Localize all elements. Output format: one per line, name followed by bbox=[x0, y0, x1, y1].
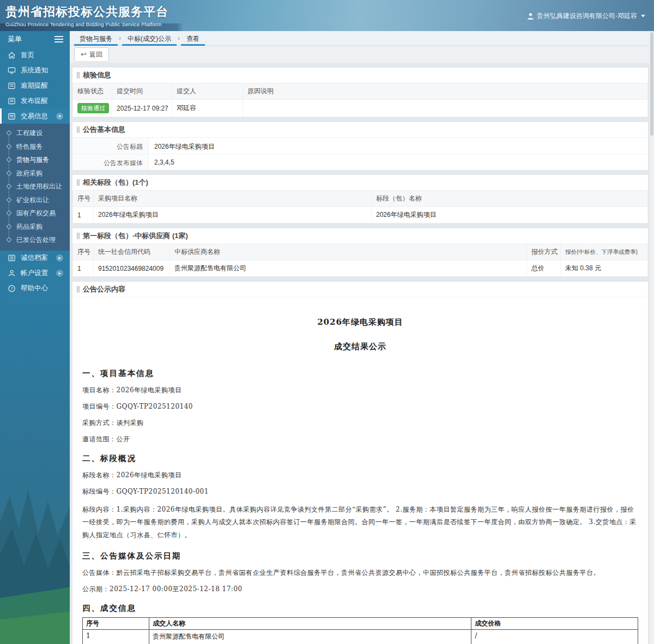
chevron-down-icon: ▾ bbox=[56, 113, 63, 120]
related-sections-table: 序号 采购项目名称 标段（包）名称 1 2026年绿电采购项目 2026年绿电采… bbox=[72, 190, 648, 223]
doc-title: 2026年绿电采购项目 bbox=[82, 317, 638, 327]
publicity-period-line: 公示期：2025-12-17 00:00至2025-12-18 17:00 bbox=[82, 585, 638, 594]
col-quote-method: 报价方式 bbox=[527, 244, 561, 260]
submit-time: 2025-12-17 09:27 bbox=[112, 100, 172, 117]
basic-info-panel: 公告基本信息 公告标题 2026年绿电采购项目 公告发布媒体 2,3,4,5 bbox=[72, 121, 649, 171]
publish-media-value: 2,3,4,5 bbox=[149, 154, 174, 170]
sidebar-item-home[interactable]: 首页 bbox=[0, 47, 70, 63]
col-index: 序号 bbox=[73, 244, 94, 260]
sidebar-item-publish-reminder[interactable]: 发布提醒 bbox=[0, 93, 70, 108]
col-project-name: 采购项目名称 bbox=[94, 191, 372, 207]
field-label: 公告发布媒体 bbox=[72, 154, 149, 170]
sidebar-item-gov-procurement[interactable]: 政府采购 bbox=[0, 167, 70, 180]
breadcrumb-goods-services[interactable]: 货物与服务 bbox=[74, 31, 118, 46]
document-icon bbox=[8, 97, 16, 105]
table-row: 核验通过 2025-12-17 09:27 邓廷容 bbox=[73, 100, 648, 117]
breadcrumb-separator-icon: › bbox=[118, 31, 122, 42]
document-icon bbox=[8, 112, 16, 120]
sidebar-item-engineering[interactable]: 工程建设 bbox=[0, 126, 70, 140]
sidebar-item-drug-procurement[interactable]: 药品采购 bbox=[0, 220, 70, 234]
related-sections-panel: 相关标段（包）(1个) 序号 采购项目名称 标段（包）名称 1 2026年绿电采… bbox=[72, 174, 649, 224]
section-marker-icon bbox=[77, 179, 80, 186]
section-marker-icon bbox=[77, 233, 80, 239]
document-icon bbox=[8, 82, 16, 90]
winning-supplier-title: 第一标段（包）-中标供应商 (1家) bbox=[83, 231, 188, 241]
doc-heading-4: 四、成交信息 bbox=[82, 603, 638, 613]
sidebar-item-overdue-reminder[interactable]: 逾期提醒 bbox=[0, 78, 70, 93]
monitor-icon bbox=[8, 66, 16, 75]
sidebar-item-notifications[interactable]: 系统通知 bbox=[0, 63, 70, 78]
form-row: 公告发布媒体 2,3,4,5 bbox=[72, 154, 648, 170]
media-line: 公告媒体：黔云招采电子招标采购交易平台，贵州省国有企业生产资料综合服务平台，贵州… bbox=[82, 568, 638, 578]
breadcrumb: 货物与服务 › 中标(成交)公示 › 查看 bbox=[70, 31, 654, 46]
field-label: 公告标题 bbox=[72, 138, 149, 154]
winning-supplier-panel: 第一标段（包）-中标供应商 (1家) 序号 统一社会信用代码 中标供应商名称 报… bbox=[72, 228, 649, 277]
breadcrumb-view[interactable]: 查看 bbox=[181, 31, 205, 46]
sidebar-item-published-notices[interactable]: 已发公告处理 bbox=[0, 233, 70, 247]
col-index: 序号 bbox=[73, 191, 94, 207]
doc-subtitle: 成交结果公示 bbox=[82, 342, 638, 352]
invite-scope-line: 邀请范围：公开 bbox=[82, 435, 638, 444]
chevron-right-icon: ▸ bbox=[56, 270, 63, 277]
breadcrumb-separator-icon: › bbox=[177, 31, 181, 42]
project-name-line: 项目名称：2026年绿电采购项目 bbox=[82, 386, 638, 395]
sidebar-item-featured-services[interactable]: 特色服务 bbox=[0, 140, 70, 154]
sidebar-landscape-image bbox=[0, 296, 70, 644]
chevron-down-icon bbox=[641, 15, 645, 17]
section-number-line: 标段编号：GQQY-TP2025120140-001 bbox=[82, 487, 638, 496]
section-marker-icon bbox=[77, 72, 80, 78]
sidebar-item-goods-services[interactable]: 货物与服务 bbox=[0, 153, 70, 167]
verify-panel: 核验信息 核验状态 提交时间 提交人 原因说明 核验通过 2025-12-17 … bbox=[72, 67, 649, 118]
related-sections-title: 相关标段（包）(1个) bbox=[83, 178, 148, 187]
site-subtitle: GuiZhou Province Tendering and Bidding P… bbox=[5, 21, 168, 27]
table-row: 1 2026年绿电采购项目 2026年绿电采购项目 bbox=[73, 207, 648, 223]
toolbar: ↩ 返回 bbox=[70, 46, 654, 64]
sidebar-item-mining-rights[interactable]: 矿业权出让 bbox=[0, 193, 70, 207]
person-icon bbox=[8, 269, 16, 277]
col-reason: 原因说明 bbox=[243, 83, 648, 100]
sidebar-item-trade-info[interactable]: 交易信息 ▾ bbox=[0, 108, 70, 124]
doc-heading-3: 三、公告媒体及公示日期 bbox=[82, 551, 638, 561]
section-content-paragraph: 标段内容：1.采购内容：2026年绿电采购项目。具体采购内容详见竞争谈判文件第二… bbox=[82, 503, 638, 542]
breadcrumb-award-notice[interactable]: 中标(成交)公示 bbox=[122, 31, 177, 46]
header-banner: 贵州省招标投标公共服务平台 GuiZhou Province Tendering… bbox=[0, 0, 654, 31]
sidebar-item-integrity-archive[interactable]: 诚信档案 ▸ bbox=[0, 251, 70, 266]
svg-text:?: ? bbox=[10, 286, 13, 291]
sidebar: 菜单 首页 系统通知 逾期提醒 bbox=[0, 31, 70, 644]
content-area: 核验信息 核验状态 提交时间 提交人 原因说明 核验通过 2025-12-17 … bbox=[70, 64, 654, 644]
table-row: 1 贵州聚源配售电有限公司 / bbox=[83, 630, 638, 644]
trade-info-submenu: 工程建设 特色服务 货物与服务 政府采购 土地使用权出让 矿业权出让 国有产权交… bbox=[0, 124, 70, 251]
hamburger-icon[interactable] bbox=[55, 34, 63, 44]
basic-info-title: 公告基本信息 bbox=[83, 125, 125, 135]
menu-label: 菜单 bbox=[8, 34, 22, 44]
verify-table: 核验状态 提交时间 提交人 原因说明 核验通过 2025-12-17 09:27… bbox=[72, 83, 648, 117]
page-scrollbar[interactable] bbox=[650, 31, 654, 644]
col-section-name: 标段（包）名称 bbox=[372, 191, 648, 207]
sidebar-item-account-settings[interactable]: 帐户设置 ▸ bbox=[0, 266, 70, 281]
col-verify-status: 核验状态 bbox=[73, 83, 112, 100]
scrollbar-thumb[interactable] bbox=[650, 32, 653, 136]
sidebar-item-state-property[interactable]: 国有产权交易 bbox=[0, 206, 70, 220]
reason bbox=[243, 100, 648, 117]
sidebar-item-land-use[interactable]: 土地使用权出让 bbox=[0, 180, 70, 193]
section-marker-icon bbox=[77, 126, 80, 133]
user-name: 贵州弘典建设咨询有限公司-邓廷容 bbox=[537, 11, 637, 21]
form-row: 公告标题 2026年绿电采购项目 bbox=[72, 137, 648, 154]
notice-content-title: 公告公示内容 bbox=[83, 284, 125, 294]
col-supplier-name: 中标供应商名称 bbox=[170, 244, 527, 260]
sidebar-item-help-center[interactable]: ? 帮助中心 bbox=[0, 281, 70, 296]
announcement-title-value: 2026年绿电采购项目 bbox=[149, 138, 215, 154]
submitter: 邓廷容 bbox=[172, 100, 243, 117]
section-name-line: 标段名称：2026年绿电采购项目 bbox=[82, 471, 638, 480]
col-credit-code: 统一社会信用代码 bbox=[94, 244, 170, 260]
doc-heading-1: 一、项目基本信息 bbox=[82, 368, 638, 379]
user-icon bbox=[527, 13, 534, 20]
chevron-right-icon: ▸ bbox=[56, 254, 63, 262]
notice-document: 2026年绿电采购项目 成交结果公示 一、项目基本信息 项目名称：2026年绿电… bbox=[77, 300, 644, 644]
procurement-method-line: 采购方式：谈判采购 bbox=[82, 418, 638, 428]
doc-heading-2: 二、标段概况 bbox=[82, 453, 638, 464]
user-menu[interactable]: 贵州弘典建设咨询有限公司-邓廷容 bbox=[527, 11, 645, 21]
back-button[interactable]: ↩ 返回 bbox=[74, 47, 109, 62]
col-submitter: 提交人 bbox=[172, 83, 243, 100]
brand: 贵州省招标投标公共服务平台 GuiZhou Province Tendering… bbox=[5, 4, 168, 27]
